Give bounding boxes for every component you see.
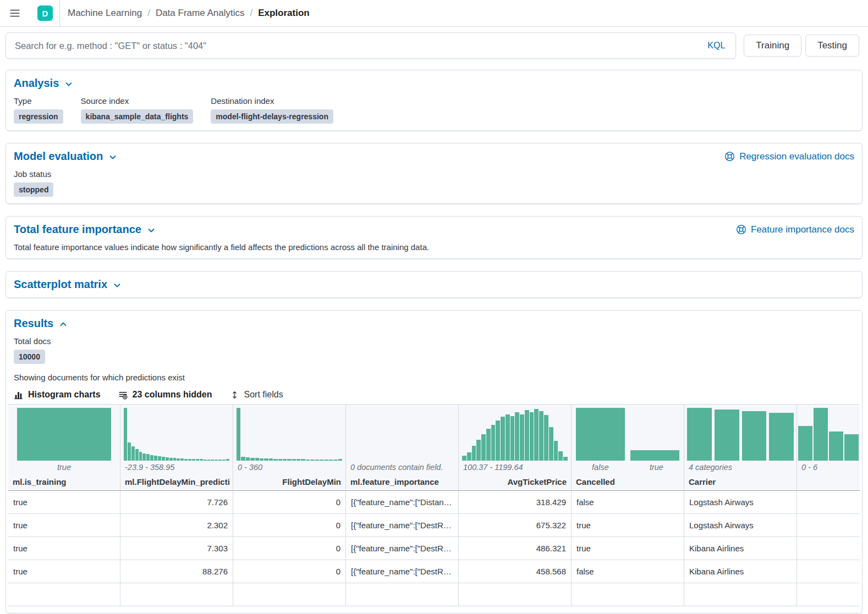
- total-docs-badge: 10000: [14, 350, 45, 364]
- grid-cell-ml.is_training[interactable]: true: [8, 560, 120, 583]
- grid-cell-ml.FlightDelayMin_predicti[interactable]: 2.302: [120, 514, 233, 536]
- grid-cell-AvgTicketPrice[interactable]: 486.321: [459, 537, 572, 560]
- grid-cell-ml.feature_importance[interactable]: [{"feature_name":["DestR…: [346, 537, 459, 560]
- feature-importance-section-toggle[interactable]: Total feature importance: [14, 223, 156, 236]
- table-row: [8, 583, 860, 606]
- grid-cell-Carrier[interactable]: Logstash Airways: [684, 514, 797, 536]
- grid-cell-FlightDelayMin[interactable]: 0: [233, 560, 346, 583]
- column-name: FlightDelayMin: [233, 474, 345, 490]
- regression-evaluation-docs-link[interactable]: Regression evaluation docs: [724, 151, 854, 162]
- help-icon: [724, 151, 735, 162]
- grid-cell-Cancelled[interactable]: true: [572, 537, 684, 560]
- grid-cell-ml.FlightDelayMin_predicti[interactable]: 7.726: [120, 491, 233, 513]
- grid-cell-AvgTicketPrice[interactable]: 458.568: [459, 560, 572, 583]
- grid-cell-partial[interactable]: [797, 537, 860, 560]
- histogram-bar: [222, 460, 226, 461]
- column-header-ml.is_training[interactable]: trueml.is_training: [8, 405, 120, 491]
- columns-hidden-button[interactable]: 23 columns hidden: [118, 390, 212, 400]
- feature-importance-docs-link[interactable]: Feature importance docs: [736, 224, 854, 235]
- histogram-bar: [255, 458, 259, 461]
- grid-cell-AvgTicketPrice[interactable]: 318.429: [459, 491, 572, 513]
- grid-cell-ml.is_training[interactable]: true: [8, 537, 120, 560]
- column-header-ml.FlightDelayMin_predicti[interactable]: -23.9 - 358.95ml.FlightDelayMin_predicti: [120, 405, 233, 491]
- breadcrumb-data-frame-analytics[interactable]: Data Frame Analytics: [156, 8, 245, 19]
- grid-cell-ml.FlightDelayMin_predicti[interactable]: 7.303: [120, 537, 233, 560]
- grid-cell-Cancelled[interactable]: false: [572, 491, 684, 513]
- grid-cell-Cancelled[interactable]: false: [572, 560, 684, 583]
- grid-cell-FlightDelayMin[interactable]: 0: [233, 491, 346, 513]
- grid-cell-AvgTicketPrice[interactable]: 675.322: [459, 514, 572, 536]
- chevron-down-icon: [147, 226, 156, 235]
- histogram-bar: [278, 459, 282, 461]
- column-header-FlightDelayMin[interactable]: 0 - 360FlightDelayMin: [233, 405, 346, 491]
- results-section-toggle[interactable]: Results: [14, 317, 68, 330]
- grid-cell-ml.FlightDelayMin_predicti[interactable]: 88.276: [120, 560, 233, 583]
- analysis-field-destination-index: Destination index model-flight-delays-re…: [211, 96, 333, 124]
- histogram-bar: [534, 409, 539, 461]
- grid-cell-partial[interactable]: [797, 560, 860, 583]
- histogram-bar: [192, 459, 195, 461]
- grid-cell-FlightDelayMin[interactable]: [233, 583, 346, 606]
- histogram-bar: [798, 426, 812, 461]
- grid-cell-ml.feature_importance[interactable]: [346, 583, 459, 606]
- histogram-bar: [150, 455, 153, 461]
- analysis-section-toggle[interactable]: Analysis: [14, 77, 73, 90]
- kql-language-button[interactable]: KQL: [707, 41, 725, 51]
- training-button[interactable]: Training: [744, 35, 801, 57]
- grid-cell-ml.FlightDelayMin_predicti[interactable]: [120, 583, 233, 606]
- grid-cell-Cancelled[interactable]: true: [572, 514, 684, 536]
- histogram-bar: [169, 458, 173, 461]
- histogram-bar: [292, 459, 296, 461]
- grid-cell-Cancelled[interactable]: [572, 583, 684, 606]
- grid-cell-ml.is_training[interactable]: true: [8, 491, 120, 513]
- search-bar: KQL: [6, 32, 736, 59]
- histogram-bar: [544, 415, 548, 461]
- sort-fields-button[interactable]: Sort fields: [230, 390, 283, 400]
- testing-button[interactable]: Testing: [805, 35, 859, 57]
- grid-cell-partial[interactable]: [797, 491, 860, 513]
- histogram-icon: [14, 390, 23, 400]
- grid-cell-ml.is_training[interactable]: true: [8, 514, 120, 536]
- grid-cell-ml.feature_importance[interactable]: [{"feature_name":["DestR…: [346, 514, 459, 536]
- histogram-bar: [124, 408, 127, 461]
- grid-cell-FlightDelayMin[interactable]: 0: [233, 537, 346, 560]
- histogram-bar: [283, 459, 287, 461]
- histogram-ml.feature_importance: [346, 408, 458, 461]
- grid-cell-partial[interactable]: [797, 583, 860, 606]
- grid-cell-ml.feature_importance[interactable]: [{"feature_name":["Distan…: [346, 491, 459, 513]
- histogram-bar: [264, 458, 268, 461]
- histogram-ml.FlightDelayMin_predicti: [120, 408, 233, 461]
- column-header-ml.feature_importance[interactable]: 0 documents contain field.ml.feature_imp…: [346, 405, 459, 491]
- histogram-bar: [200, 459, 203, 461]
- grid-cell-FlightDelayMin[interactable]: 0: [233, 514, 346, 536]
- grid-cell-ml.feature_importance[interactable]: [{"feature_name":["DestR…: [346, 560, 459, 583]
- grid-cell-ml.is_training[interactable]: [8, 583, 120, 606]
- histogram-bar: [549, 427, 553, 461]
- breadcrumb-machine-learning[interactable]: Machine Learning: [68, 8, 142, 19]
- chevron-down-icon: [108, 153, 117, 162]
- grid-cell-Carrier[interactable]: [684, 583, 797, 606]
- histogram-bar: [17, 408, 111, 461]
- column-range-label: 0 - 360: [233, 461, 345, 474]
- grid-cell-Carrier[interactable]: Logstash Airways: [684, 491, 797, 513]
- space-avatar[interactable]: D: [37, 5, 53, 21]
- destination-index-badge: model-flight-delays-regression: [211, 109, 333, 124]
- column-header-Carrier[interactable]: 4 categoriesCarrier: [684, 405, 797, 491]
- scatterplot-section-toggle[interactable]: Scatterplot matrix: [14, 278, 122, 291]
- column-range-label: falsetrue: [572, 461, 684, 474]
- menu-button[interactable]: [6, 4, 24, 23]
- histogram-bar: [306, 460, 310, 461]
- column-header-AvgTicketPrice[interactable]: 100.37 - 1199.64AvgTicketPrice: [459, 405, 572, 491]
- search-input[interactable]: [6, 32, 736, 59]
- column-header-Cancelled[interactable]: falsetrueCancelled: [572, 405, 684, 491]
- grid-cell-Carrier[interactable]: Kibana Airlines: [684, 560, 797, 583]
- histogram-bar: [486, 429, 491, 461]
- grid-cell-partial[interactable]: [797, 514, 860, 536]
- histogram-bar: [324, 460, 328, 461]
- histogram-charts-toggle[interactable]: Histogram charts: [14, 390, 101, 400]
- grid-cell-AvgTicketPrice[interactable]: [459, 583, 572, 606]
- grid-cell-Carrier[interactable]: Kibana Airlines: [684, 537, 797, 560]
- model-evaluation-section-toggle[interactable]: Model evaluation: [14, 150, 117, 163]
- histogram-bar: [554, 441, 558, 461]
- column-header-partial[interactable]: 0 - 6: [797, 405, 860, 491]
